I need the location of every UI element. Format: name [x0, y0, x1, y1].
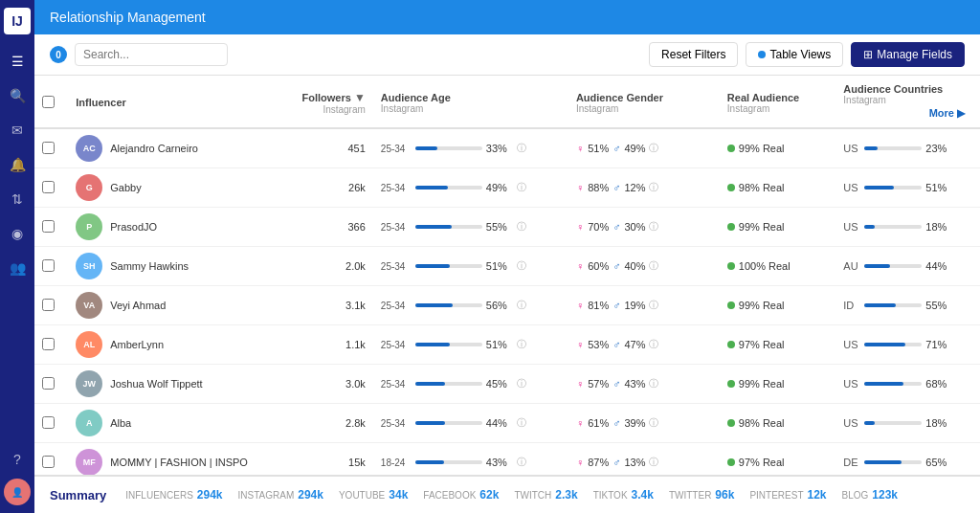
- male-pct: 30%: [624, 221, 645, 233]
- more-button[interactable]: More ▶: [843, 105, 972, 122]
- twitch-platform-label: TWITCH: [514, 490, 551, 501]
- gender-info-icon[interactable]: ⓘ: [649, 142, 658, 155]
- users-icon[interactable]: 👥: [2, 253, 33, 283]
- female-pct: 60%: [588, 260, 609, 272]
- country-cell: US 18%: [835, 208, 980, 247]
- real-audience-dot: [727, 419, 735, 427]
- facebook-platform-label: FACEBOOK: [423, 490, 476, 501]
- gender-info-icon[interactable]: ⓘ: [649, 338, 658, 351]
- real-audience-value: 97% Real: [739, 339, 785, 350]
- real-audience-cell: 98% Real: [720, 404, 835, 443]
- share-icon[interactable]: ⇅: [2, 184, 33, 214]
- gender-info-icon[interactable]: ⓘ: [649, 220, 658, 234]
- influencer-cell: AL AmberLynn: [68, 325, 278, 365]
- age-bar-fill: [415, 225, 453, 229]
- search-icon[interactable]: 🔍: [2, 80, 33, 111]
- gender-info-icon[interactable]: ⓘ: [649, 377, 658, 390]
- country-bar-fill: [864, 421, 875, 425]
- age-pct-label: 55%: [486, 221, 513, 233]
- table-row: SH Sammy Hawkins 2.0k 25-34 51% ⓘ: [34, 247, 980, 286]
- female-icon: ♀: [576, 339, 584, 350]
- real-audience-cell: 99% Real: [720, 208, 835, 247]
- male-icon: ♂: [612, 378, 620, 390]
- followers-filter-icon[interactable]: ▼: [354, 91, 366, 104]
- table-views-button[interactable]: Table Views: [746, 42, 843, 67]
- age-info-icon[interactable]: ⓘ: [517, 181, 526, 194]
- gender-cell: ♀ 70% ♂ 30% ⓘ: [568, 208, 720, 247]
- summary-youtube: YOUTUBE 34k: [339, 488, 408, 502]
- age-info-icon[interactable]: ⓘ: [517, 338, 526, 351]
- country-pct-label: 65%: [925, 457, 947, 468]
- row-checkbox[interactable]: [42, 456, 55, 468]
- gender-info-icon[interactable]: ⓘ: [649, 416, 658, 430]
- age-info-icon[interactable]: ⓘ: [517, 456, 526, 469]
- user-avatar-icon[interactable]: 👤: [4, 479, 31, 505]
- real-audience-value: 99% Real: [739, 300, 785, 311]
- age-info-icon[interactable]: ⓘ: [517, 377, 526, 390]
- search-input[interactable]: [75, 43, 228, 66]
- female-pct: 88%: [588, 182, 609, 193]
- female-pct: 61%: [588, 417, 609, 429]
- row-checkbox[interactable]: [42, 416, 55, 429]
- influencer-table: Influencer Followers ▼ Instagram Audienc…: [34, 76, 980, 475]
- age-bar-track: [415, 264, 482, 268]
- male-pct: 49%: [624, 143, 645, 154]
- row-checkbox[interactable]: [42, 220, 55, 233]
- age-sub: Instagram: [381, 103, 561, 114]
- sidebar: IJ ☰ 🔍 ✉ 🔔 ⇅ ◉ 👥 ? 👤: [0, 0, 34, 513]
- gender-info-icon[interactable]: ⓘ: [649, 259, 658, 273]
- summary-bar: Summary INFLUENCERS 294k INSTAGRAM 294k …: [34, 475, 980, 513]
- mail-icon[interactable]: ✉: [2, 115, 33, 145]
- filter-count-badge: 0: [50, 46, 67, 63]
- followers-value: 366: [347, 221, 365, 233]
- table-row: AC Alejandro Carneiro 451 25-34 33% ⓘ: [34, 128, 980, 168]
- gender-info-icon[interactable]: ⓘ: [649, 456, 658, 469]
- real-audience-dot: [727, 262, 735, 270]
- influencer-cell: JW Joshua Wolf Tippett: [68, 365, 278, 404]
- gender-cell: ♀ 51% ♂ 49% ⓘ: [568, 128, 720, 168]
- activity-icon[interactable]: ◉: [2, 218, 33, 249]
- real-audience-cell: 98% Real: [720, 168, 835, 208]
- row-checkbox[interactable]: [42, 338, 55, 350]
- country-code: US: [843, 339, 860, 350]
- select-all-checkbox[interactable]: [42, 96, 55, 108]
- age-cell: 25-34 55% ⓘ: [373, 208, 568, 247]
- summary-facebook: FACEBOOK 62k: [423, 488, 499, 502]
- real-audience-value: 97% Real: [739, 457, 785, 468]
- age-bar-fill: [415, 146, 437, 150]
- age-info-icon[interactable]: ⓘ: [517, 220, 526, 234]
- bell-icon[interactable]: 🔔: [2, 149, 33, 180]
- row-checkbox[interactable]: [42, 181, 55, 193]
- gender-cell: ♀ 53% ♂ 47% ⓘ: [568, 325, 720, 365]
- gender-cell: ♀ 61% ♂ 39% ⓘ: [568, 404, 720, 443]
- male-pct: 19%: [624, 300, 645, 311]
- row-checkbox[interactable]: [42, 377, 55, 390]
- help-icon[interactable]: ?: [2, 444, 33, 475]
- row-checkbox[interactable]: [42, 299, 55, 311]
- manage-fields-button[interactable]: ⊞ Manage Fields: [851, 42, 965, 67]
- reset-filters-button[interactable]: Reset Filters: [649, 42, 738, 67]
- male-icon: ♂: [612, 260, 620, 272]
- age-info-icon[interactable]: ⓘ: [517, 299, 526, 312]
- followers-cell: 3.0k: [278, 365, 373, 404]
- avatar: SH: [76, 253, 102, 279]
- real-sub: Instagram: [727, 103, 828, 114]
- male-icon: ♂: [612, 457, 620, 468]
- male-icon: ♂: [612, 339, 620, 350]
- age-info-icon[interactable]: ⓘ: [517, 142, 526, 155]
- gender-sub: Instagram: [576, 103, 712, 114]
- influencer-cell: SH Sammy Hawkins: [68, 247, 278, 286]
- row-checkbox[interactable]: [42, 259, 55, 272]
- followers-value: 2.0k: [345, 260, 366, 272]
- gender-info-icon[interactable]: ⓘ: [649, 181, 658, 194]
- gender-info-icon[interactable]: ⓘ: [649, 299, 658, 312]
- row-checkbox[interactable]: [42, 142, 55, 154]
- age-info-icon[interactable]: ⓘ: [517, 416, 526, 430]
- influencer-cell: G Gabby: [68, 168, 278, 208]
- select-all-header: [34, 76, 68, 128]
- age-cell: 25-34 45% ⓘ: [373, 365, 568, 404]
- menu-icon[interactable]: ☰: [2, 46, 33, 77]
- age-info-icon[interactable]: ⓘ: [517, 259, 526, 273]
- male-pct: 43%: [624, 378, 645, 390]
- age-bar-track: [415, 343, 482, 346]
